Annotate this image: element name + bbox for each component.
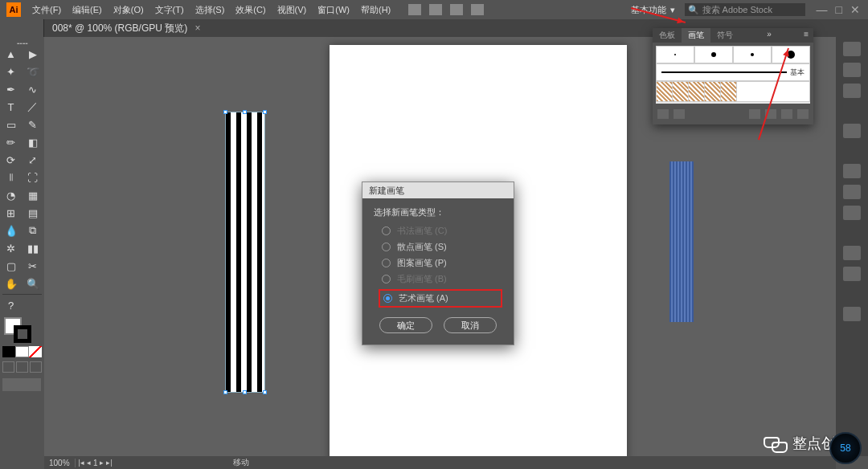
- rectangle-tool[interactable]: ▭: [0, 116, 22, 133]
- scale-tool[interactable]: ⤢: [22, 151, 43, 169]
- document-tab[interactable]: 008* @ 100% (RGB/GPU 预览) ×: [44, 22, 209, 35]
- next-page-icon[interactable]: ▸: [100, 459, 104, 467]
- blend-tool[interactable]: ⧉: [22, 222, 43, 239]
- brush-thumb[interactable]: [657, 82, 673, 101]
- direct-selection-tool[interactable]: ▶: [22, 45, 43, 63]
- first-page-icon[interactable]: |◂: [79, 459, 84, 467]
- menu-object[interactable]: 对象(O): [113, 4, 144, 16]
- eraser-tool[interactable]: ◧: [22, 133, 43, 151]
- cancel-button[interactable]: 取消: [444, 317, 497, 333]
- arrange-icon[interactable]: [450, 4, 463, 15]
- line-tool[interactable]: ／: [22, 98, 43, 116]
- color-indicator[interactable]: [2, 317, 42, 341]
- tab-brushes[interactable]: 画笔: [682, 28, 710, 43]
- eyedropper-tool[interactable]: 💧: [0, 222, 22, 239]
- zoom-tool[interactable]: 🔍: [22, 275, 43, 292]
- shaper-tool[interactable]: ✏: [0, 133, 22, 151]
- brush-thumb[interactable]: [689, 82, 705, 101]
- swatch-white[interactable]: [15, 346, 28, 357]
- menu-select[interactable]: 选择(S): [195, 4, 225, 16]
- brush-preset-1[interactable]: [656, 46, 694, 63]
- menu-help[interactable]: 帮助(H): [361, 4, 391, 16]
- rotate-tool[interactable]: ⟳: [0, 151, 22, 169]
- delete-brush-icon[interactable]: [797, 109, 809, 119]
- handle-br[interactable]: [263, 390, 267, 394]
- appearance-panel-icon[interactable]: [843, 246, 861, 260]
- align-panel-icon[interactable]: [843, 307, 861, 321]
- brush-basic[interactable]: 基本: [656, 63, 810, 81]
- last-page-icon[interactable]: ▸|: [106, 459, 112, 467]
- menu-effect[interactable]: 效果(C): [235, 4, 265, 16]
- brushes-panel[interactable]: 色板 画笔 符号 » ≡ 基本: [653, 28, 813, 124]
- free-transform-tool[interactable]: ⛶: [22, 169, 43, 186]
- draw-inside[interactable]: [30, 361, 42, 373]
- brush-preset-3[interactable]: [733, 46, 772, 63]
- help-icon[interactable]: ?: [0, 296, 22, 314]
- paintbrush-tool[interactable]: ✎: [22, 116, 43, 133]
- maximize-button[interactable]: □: [836, 3, 842, 16]
- properties-panel-icon[interactable]: [843, 42, 861, 56]
- slice-tool[interactable]: ✂: [22, 257, 43, 275]
- graphic-styles-panel-icon[interactable]: [843, 267, 861, 281]
- new-brush-icon[interactable]: [781, 109, 792, 119]
- gradient-tool[interactable]: ▤: [22, 204, 43, 222]
- close-button[interactable]: ✕: [850, 3, 860, 16]
- type-tool[interactable]: T: [0, 98, 22, 116]
- graph-tool[interactable]: ▮▮: [22, 239, 43, 257]
- menu-edit[interactable]: 编辑(E): [72, 4, 102, 16]
- transparency-panel-icon[interactable]: [843, 206, 861, 220]
- width-tool[interactable]: ⫴: [0, 169, 22, 186]
- menu-type[interactable]: 文字(T): [155, 4, 184, 16]
- brush-thumb[interactable]: [721, 82, 737, 101]
- tab-close-icon[interactable]: ×: [195, 22, 201, 34]
- screen-mode[interactable]: [2, 378, 41, 391]
- menu-view[interactable]: 视图(V): [277, 4, 307, 16]
- menu-file[interactable]: 文件(F): [32, 4, 61, 16]
- radio-icon[interactable]: [382, 243, 391, 251]
- radio-pattern[interactable]: 图案画笔 (P): [382, 257, 502, 269]
- libraries-panel-icon[interactable]: [843, 63, 861, 77]
- search-input[interactable]: 🔍 搜索 Adobe Stock: [685, 3, 805, 16]
- zoom-level[interactable]: 100%: [44, 459, 76, 467]
- brush-lib-icon[interactable]: [657, 109, 669, 119]
- swatch-black[interactable]: [2, 346, 15, 357]
- menu-window[interactable]: 窗口(W): [317, 4, 350, 16]
- curvature-tool[interactable]: ∿: [22, 80, 43, 98]
- magic-wand-tool[interactable]: ✦: [0, 63, 22, 80]
- handle-tm[interactable]: [243, 110, 247, 114]
- artboard-tool[interactable]: ▢: [0, 257, 22, 275]
- brush-preset-2[interactable]: [694, 46, 733, 63]
- perspective-tool[interactable]: ▦: [22, 186, 43, 204]
- radio-scatter[interactable]: 散点画笔 (S): [382, 241, 502, 253]
- page-number[interactable]: 1: [93, 459, 98, 467]
- brush-thumb[interactable]: [673, 82, 689, 101]
- selection-tool[interactable]: ▲: [0, 45, 22, 63]
- symbol-sprayer-tool[interactable]: ✲: [0, 239, 22, 257]
- handle-bm[interactable]: [243, 390, 247, 394]
- page-nav[interactable]: |◂ ◂ 1 ▸ ▸|: [76, 459, 116, 467]
- minimize-button[interactable]: —: [817, 3, 828, 16]
- draw-behind[interactable]: [16, 361, 28, 373]
- hand-tool[interactable]: ✋: [0, 275, 22, 292]
- brush-thumb[interactable]: [705, 82, 721, 101]
- mesh-tool[interactable]: ⊞: [0, 204, 22, 222]
- layers-panel-icon[interactable]: [843, 84, 861, 98]
- radio-art[interactable]: 艺术画笔 (A): [379, 289, 502, 308]
- toolbox-grab[interactable]: ╌╌: [0, 39, 44, 45]
- panel-expand-icon[interactable]: »: [762, 28, 776, 43]
- handle-tl[interactable]: [223, 110, 227, 114]
- tab-swatches[interactable]: 色板: [653, 28, 682, 43]
- tab-symbols[interactable]: 符号: [710, 28, 739, 43]
- ok-button[interactable]: 确定: [379, 317, 432, 333]
- dialog-title[interactable]: 新建画笔: [362, 182, 514, 198]
- color-panel-icon[interactable]: [843, 124, 861, 138]
- lasso-tool[interactable]: ➰: [22, 63, 43, 80]
- gpu-icon[interactable]: [471, 4, 484, 15]
- draw-normal[interactable]: [2, 361, 14, 373]
- selected-stripes-object[interactable]: [225, 112, 265, 393]
- shape-builder-tool[interactable]: ◔: [0, 186, 22, 204]
- pen-tool[interactable]: ✒: [0, 80, 22, 98]
- swatch-none[interactable]: [29, 346, 42, 357]
- handle-bl[interactable]: [223, 390, 227, 394]
- gradient-panel-icon[interactable]: [843, 185, 861, 199]
